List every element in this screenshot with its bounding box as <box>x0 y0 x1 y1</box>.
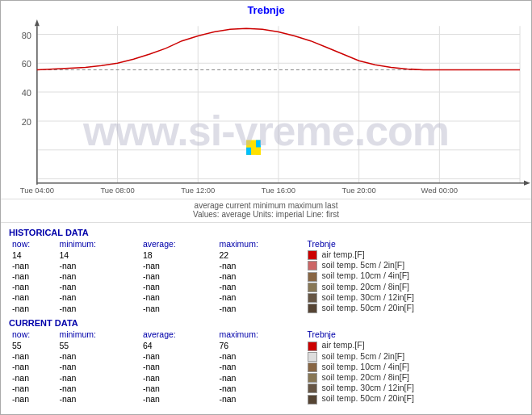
cell-now: -nan <box>9 292 56 303</box>
cell-label: soil temp. 20cm / 8in[F] <box>304 372 523 383</box>
cell-min: 55 <box>56 340 140 350</box>
svg-text:Tue 12:00: Tue 12:00 <box>181 186 215 195</box>
table-row: -nan -nan -nan -nan soil temp. 30cm / 12… <box>9 383 523 393</box>
cell-max: -nan <box>216 292 304 303</box>
svg-rect-25 <box>246 148 251 155</box>
cell-now: -nan <box>9 351 56 362</box>
historical-header-now: now: <box>9 239 56 249</box>
historical-header-loc: Trebnje <box>304 239 523 249</box>
cell-label: soil temp. 30cm / 12in[F] <box>304 292 523 303</box>
cell-max: -nan <box>216 270 304 281</box>
cell-label: soil temp. 50cm / 20in[F] <box>304 303 523 313</box>
table-row: -nan -nan -nan -nan soil temp. 50cm / 20… <box>9 393 523 404</box>
cell-max: -nan <box>216 362 304 372</box>
current-header-avg: average: <box>140 329 216 340</box>
current-header-min: minimum: <box>56 329 140 340</box>
legend-line2: Values: average Units: imperial Line: fi… <box>1 210 531 219</box>
legend-area: average current minimum maximum last Val… <box>1 199 531 220</box>
svg-text:60: 60 <box>22 59 31 69</box>
current-header-max: maximum: <box>216 329 304 340</box>
cell-label: soil temp. 30cm / 12in[F] <box>304 383 523 393</box>
historical-header-min: minimum: <box>56 239 140 249</box>
svg-text:40: 40 <box>22 88 31 98</box>
cell-max: 22 <box>216 249 304 260</box>
cell-avg: -nan <box>140 362 216 372</box>
current-table: now: minimum: average: maximum: Trebnje … <box>9 329 523 404</box>
cell-label: air temp.[F] <box>304 249 523 260</box>
historical-header-avg: average: <box>140 239 216 249</box>
color-swatch <box>308 384 317 393</box>
historical-table: now: minimum: average: maximum: Trebnje … <box>9 239 523 313</box>
color-swatch <box>308 283 317 292</box>
current-section: CURRENT DATA now: minimum: average: maxi… <box>1 315 531 405</box>
cell-label: air temp.[F] <box>304 340 523 350</box>
cell-label: soil temp. 50cm / 20in[F] <box>304 393 523 404</box>
cell-label: soil temp. 20cm / 8in[F] <box>304 282 523 292</box>
cell-min: -nan <box>56 260 140 270</box>
cell-label: soil temp. 10cm / 4in[F] <box>304 362 523 372</box>
chart-container: Trebnje 80 <box>1 1 531 199</box>
svg-text:Tue 08:00: Tue 08:00 <box>100 186 134 195</box>
svg-text:Tue 16:00: Tue 16:00 <box>262 186 295 195</box>
cell-min: -nan <box>56 362 140 372</box>
cell-avg: -nan <box>140 372 216 383</box>
historical-section: HISTORICAL DATA now: minimum: average: m… <box>1 224 531 315</box>
chart-title: Trebnje <box>1 1 531 18</box>
historical-title: HISTORICAL DATA <box>9 228 523 237</box>
svg-text:80: 80 <box>22 30 31 40</box>
svg-rect-24 <box>256 140 261 147</box>
color-swatch <box>308 304 317 313</box>
cell-now: -nan <box>9 362 56 372</box>
cell-max: -nan <box>216 260 304 270</box>
cell-min: -nan <box>56 372 140 383</box>
current-title: CURRENT DATA <box>9 318 523 328</box>
chart-area: 80 60 40 20 <box>1 18 531 195</box>
cell-avg: -nan <box>140 270 216 281</box>
cell-min: -nan <box>56 303 140 313</box>
table-row: -nan -nan -nan -nan soil temp. 10cm / 4i… <box>9 270 523 281</box>
cell-avg: 18 <box>140 249 216 260</box>
color-swatch <box>308 395 317 405</box>
cell-min: -nan <box>56 351 140 362</box>
table-row: -nan -nan -nan -nan soil temp. 5cm / 2in… <box>9 260 523 270</box>
svg-text:20: 20 <box>22 117 31 127</box>
cell-max: -nan <box>216 282 304 292</box>
cell-min: -nan <box>56 270 140 281</box>
cell-now: -nan <box>9 270 56 281</box>
current-header-loc: Trebnje <box>304 329 523 340</box>
color-swatch <box>308 363 317 372</box>
table-row: 14 14 18 22 air temp.[F] <box>9 249 523 260</box>
app-container: Trebnje 80 <box>0 0 532 415</box>
cell-max: -nan <box>216 372 304 383</box>
color-swatch <box>308 250 317 260</box>
cell-label: soil temp. 5cm / 2in[F] <box>304 351 523 362</box>
cell-avg: -nan <box>140 393 216 404</box>
color-swatch <box>308 261 317 270</box>
cell-now: -nan <box>9 383 56 393</box>
cell-max: -nan <box>216 351 304 362</box>
table-row: -nan -nan -nan -nan soil temp. 20cm / 8i… <box>9 282 523 292</box>
cell-now: -nan <box>9 393 56 404</box>
cell-avg: -nan <box>140 303 216 313</box>
color-swatch <box>308 342 317 351</box>
color-swatch <box>308 373 317 383</box>
cell-max: -nan <box>216 303 304 313</box>
cell-now: 55 <box>9 340 56 350</box>
legend-line1: average current minimum maximum last <box>1 201 531 210</box>
table-row: -nan -nan -nan -nan soil temp. 5cm / 2in… <box>9 351 523 362</box>
cell-avg: -nan <box>140 282 216 292</box>
svg-rect-26 <box>256 148 261 155</box>
svg-text:Wed 00:00: Wed 00:00 <box>421 186 459 195</box>
cell-avg: -nan <box>140 260 216 270</box>
cell-now: -nan <box>9 372 56 383</box>
svg-rect-0 <box>1 18 531 195</box>
cell-avg: -nan <box>140 351 216 362</box>
color-swatch <box>308 352 317 362</box>
cell-min: -nan <box>56 282 140 292</box>
table-row: -nan -nan -nan -nan soil temp. 50cm / 20… <box>9 303 523 313</box>
cell-min: -nan <box>56 393 140 404</box>
current-header-now: now: <box>9 329 56 340</box>
svg-text:Tue 04:00: Tue 04:00 <box>20 186 54 195</box>
cell-label: soil temp. 10cm / 4in[F] <box>304 270 523 281</box>
svg-text:Tue 20:00: Tue 20:00 <box>342 186 376 195</box>
